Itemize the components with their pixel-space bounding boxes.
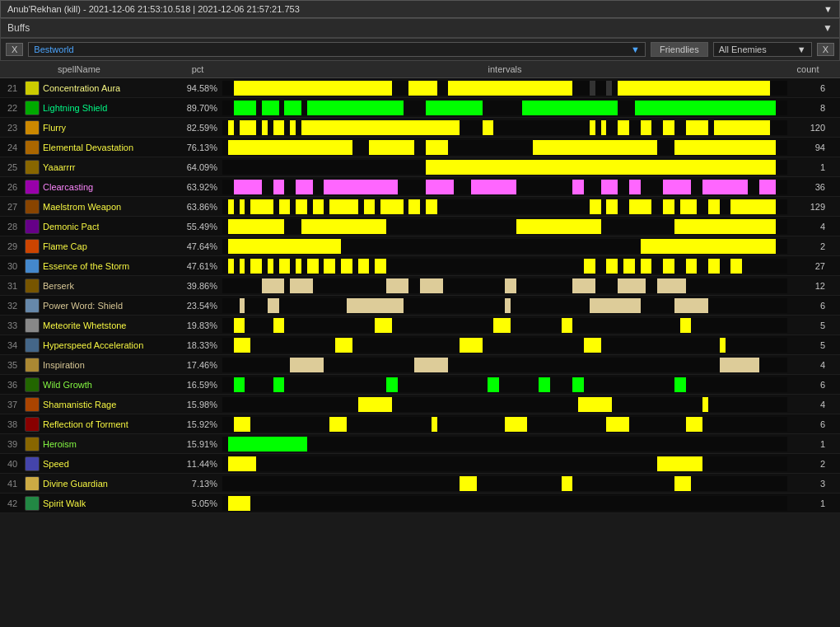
interval-bar xyxy=(228,496,250,511)
section-chevron: ▼ xyxy=(823,22,833,34)
interval-bar xyxy=(426,101,483,115)
interval-bar xyxy=(516,219,601,234)
interval-bar xyxy=(234,377,245,392)
interval-bar xyxy=(250,259,262,274)
table-row: 30Essence of the Storm47.61%27 xyxy=(0,256,840,276)
intervals-cell xyxy=(222,180,787,194)
pct-cell: 47.61% xyxy=(173,261,222,271)
pct-cell: 23.54% xyxy=(173,301,222,311)
row-number: 35 xyxy=(0,360,25,370)
intervals-cell xyxy=(222,259,787,274)
count-cell: 3 xyxy=(787,479,828,489)
intervals-cell xyxy=(222,160,787,175)
spell-name: Inspiration xyxy=(43,360,85,370)
spell-cell: Inspiration xyxy=(25,358,173,372)
pct-cell: 63.86% xyxy=(173,202,222,212)
interval-bar xyxy=(601,120,607,135)
interval-bar xyxy=(284,101,301,115)
pct-cell: 15.92% xyxy=(173,419,222,429)
spell-cell: Hyperspeed Acceleration xyxy=(25,338,173,353)
pct-cell: 18.33% xyxy=(173,340,222,350)
interval-bar xyxy=(702,397,708,412)
intervals-cell xyxy=(222,397,787,412)
spell-icon xyxy=(25,239,40,254)
spell-cell: Elemental Devastation xyxy=(25,140,173,155)
spell-icon xyxy=(25,496,40,511)
interval-bar xyxy=(572,278,595,293)
intervals-cell xyxy=(222,417,787,432)
col-count: count xyxy=(787,63,828,76)
row-number: 36 xyxy=(0,380,25,390)
interval-bar xyxy=(686,417,703,432)
interval-bar xyxy=(493,318,511,333)
intervals-cell xyxy=(222,140,787,155)
intervals-cell xyxy=(222,318,787,333)
intervals-cell xyxy=(222,377,787,392)
interval-bar xyxy=(606,81,612,96)
interval-bar xyxy=(657,456,702,471)
table-row: 29Flame Cap47.64%2 xyxy=(0,236,840,256)
player-dropdown-chevron: ▼ xyxy=(631,44,640,54)
interval-bar xyxy=(234,318,245,333)
enemies-label: All Enemies xyxy=(719,44,767,54)
interval-bar xyxy=(279,259,291,274)
pct-cell: 64.09% xyxy=(173,162,222,172)
table-row: 24Elemental Devastation76.13%94 xyxy=(0,138,840,157)
spell-icon xyxy=(25,298,40,313)
table-row: 21Concentration Aura94.58%6 xyxy=(0,78,840,98)
interval-bar xyxy=(386,278,408,293)
interval-bar xyxy=(329,199,357,214)
table-row: 40Speed11.44%2 xyxy=(0,454,840,474)
count-cell: 27 xyxy=(787,261,828,271)
row-number: 25 xyxy=(0,162,25,172)
interval-bar xyxy=(714,120,771,135)
enemies-dropdown-chevron: ▼ xyxy=(797,44,806,54)
interval-bar xyxy=(290,278,312,293)
interval-bar xyxy=(234,81,392,96)
table-row: 35Inspiration17.46%4 xyxy=(0,355,840,375)
interval-bar xyxy=(386,377,398,392)
filter-close-button[interactable]: X xyxy=(817,43,834,56)
interval-bar xyxy=(228,259,234,274)
enemies-select-dropdown[interactable]: All Enemies ▼ xyxy=(713,42,812,57)
count-cell: 5 xyxy=(787,340,828,350)
interval-bar xyxy=(408,199,420,214)
interval-bar xyxy=(324,259,335,274)
spell-name: Hyperspeed Acceleration xyxy=(43,340,143,350)
pct-cell: 16.59% xyxy=(173,380,222,390)
spell-cell: Yaaarrrr xyxy=(25,160,173,175)
count-cell: 36 xyxy=(787,182,828,192)
friendlies-button[interactable]: Friendlies xyxy=(651,42,708,57)
spell-icon xyxy=(25,259,40,274)
interval-bar xyxy=(483,120,494,135)
interval-bar xyxy=(262,120,268,135)
spell-name: Reflection of Torment xyxy=(43,419,128,429)
table-row: 32Power Word: Shield23.54%6 xyxy=(0,296,840,316)
interval-bar xyxy=(720,358,759,372)
interval-bar xyxy=(234,180,262,194)
pct-cell: 15.98% xyxy=(173,400,222,409)
interval-bar xyxy=(674,298,708,313)
interval-bar xyxy=(301,120,460,135)
interval-bar xyxy=(720,338,726,353)
interval-bar xyxy=(375,259,386,274)
interval-bar xyxy=(307,259,319,274)
table-row: 34Hyperspeed Acceleration18.33%5 xyxy=(0,335,840,355)
spell-name: Yaaarrrr xyxy=(43,162,76,172)
interval-bar xyxy=(240,199,245,214)
row-number: 29 xyxy=(0,241,25,251)
row-number: 23 xyxy=(0,123,25,133)
interval-bar xyxy=(408,81,436,96)
interval-bar xyxy=(505,417,527,432)
row-number: 28 xyxy=(0,222,25,232)
pct-cell: 94.58% xyxy=(173,83,222,93)
spell-cell: Divine Guardian xyxy=(25,476,173,491)
pct-cell: 17.46% xyxy=(173,360,222,370)
spell-name: Maelstrom Weapon xyxy=(43,202,121,212)
col-scroll xyxy=(828,63,840,76)
interval-bar xyxy=(539,377,550,392)
interval-bar xyxy=(426,180,454,194)
player-select-dropdown[interactable]: Bestworld ▼ xyxy=(28,42,646,57)
filter-clear-button[interactable]: X xyxy=(6,43,23,56)
title-text: Anub'Rekhan (kill) - 2021-12-06 21:53:10… xyxy=(7,4,300,14)
